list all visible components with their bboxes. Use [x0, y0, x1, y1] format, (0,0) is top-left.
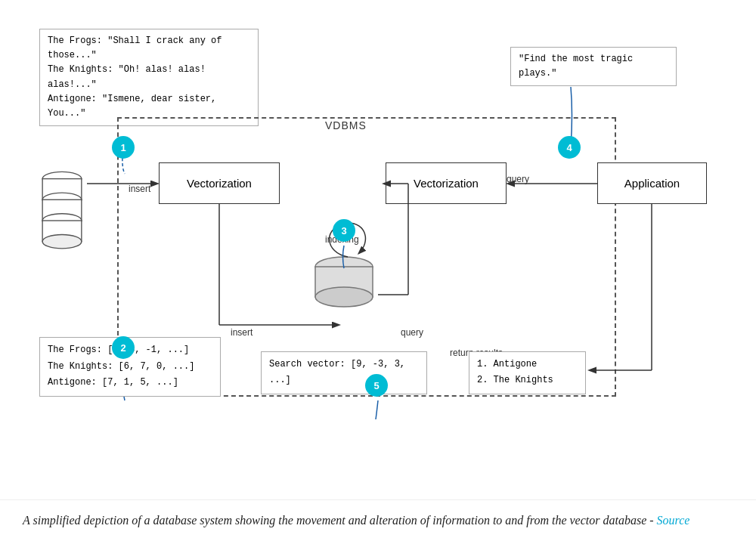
vectorization-left-box: Vectorization	[159, 162, 280, 204]
svg-point-9	[315, 287, 373, 307]
input-text-box: The Frogs: "Shall I crack any of those..…	[39, 29, 259, 126]
diagram: The Frogs: "Shall I crack any of those..…	[0, 0, 756, 468]
badge-3: 3	[333, 219, 355, 242]
badge-4: 4	[558, 136, 581, 159]
badge-2: 2	[112, 336, 135, 359]
vector-db-cylinder	[310, 253, 378, 314]
results-line-1: 1. Antigone	[477, 357, 578, 373]
query-text: "Find the most tragic plays."	[519, 54, 633, 79]
query-text-box: "Find the most tragic plays."	[510, 47, 677, 86]
application-box: Application	[597, 162, 707, 204]
svg-point-6	[42, 234, 82, 248]
vdbms-label: VDBMS	[325, 119, 367, 131]
caption-text: A simplified depiction of a database sys…	[23, 514, 657, 527]
input-line-2: The Knights: "Oh! alas! alas! alas!..."	[48, 63, 250, 91]
badge-5: 5	[365, 374, 388, 397]
bottom-results-box: 1. Antigone 2. The Knights	[469, 351, 586, 394]
label-query-db: query	[401, 327, 423, 338]
results-line-2: 2. The Knights	[477, 373, 578, 389]
label-insert-main: insert	[129, 184, 150, 194]
badge-1: 1	[112, 136, 135, 159]
vectors-line-3: Antigone: [7, 1, 5, ...]	[48, 375, 212, 391]
input-line-1: The Frogs: "Shall I crack any of those..…	[48, 34, 250, 63]
search-vector-text: Search vector: [9, -3, 3, ...]	[269, 357, 419, 389]
caption: A simplified depiction of a database sys…	[0, 499, 756, 541]
label-query-right: query	[507, 174, 529, 184]
vectors-line-2: The Knights: [6, 7, 0, ...]	[48, 359, 212, 376]
database-cylinder	[39, 166, 85, 257]
label-insert-db: insert	[231, 327, 253, 338]
vectorization-right-box: Vectorization	[386, 162, 507, 204]
bottom-search-box: Search vector: [9, -3, 3, ...]	[261, 351, 427, 394]
source-link[interactable]: Source	[657, 514, 690, 527]
